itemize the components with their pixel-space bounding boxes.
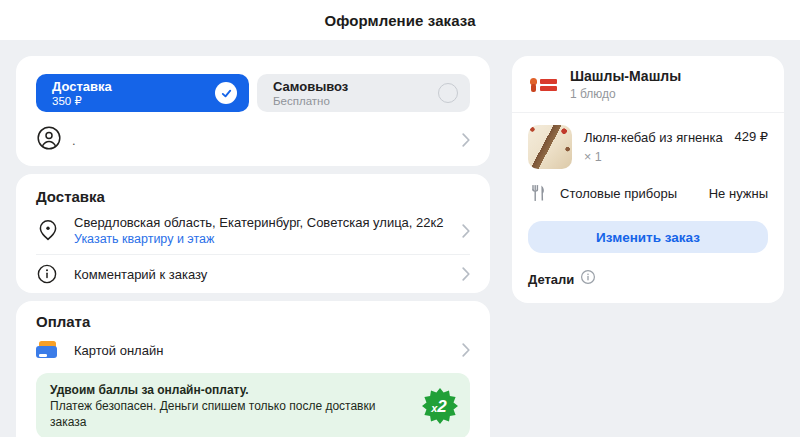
cutlery-label: Столовые приборы [560,186,709,201]
payment-method-row[interactable]: Картой онлайн [36,331,470,369]
divider [512,112,784,113]
cart-card: Шашлы-Машлы 1 блюдо Люля-кебаб из ягненк… [512,56,784,303]
payment-section-card: Оплата Картой онлайн Удвоим баллы за онл… [16,301,490,437]
restaurant-row[interactable]: Шашлы-Машлы 1 блюдо [528,68,768,102]
chevron-right-icon [462,224,470,238]
payment-section-title: Оплата [36,313,470,331]
user-icon [36,125,62,155]
order-comment-label: Комментарий к заказу [74,267,454,282]
delivery-option-price: 350 ₽ [52,94,112,108]
chevron-right-icon [462,267,470,281]
cashback-banner: Удвоим баллы за онлайн-оплату. Платеж бе… [36,373,470,437]
checkout-form-column: Доставка 350 ₽ Самовывоз Бесплатно [16,56,490,437]
restaurant-name: Шашлы-Машлы [570,68,768,85]
address-text: Свердловская область, Екатеринбург, Сове… [74,214,454,231]
delivery-option-label: Доставка [52,79,112,94]
chevron-right-icon [462,343,470,357]
page-title: Оформление заказа [324,12,475,29]
delivery-method-card: Доставка 350 ₽ Самовывоз Бесплатно [16,56,490,166]
dish-price: 429 ₽ [734,129,768,169]
check-circle-icon [215,82,237,104]
cutlery-row[interactable]: Столовые приборы Не нужны [528,183,768,203]
edit-order-button[interactable]: Изменить заказ [528,221,768,253]
delivery-section-card: Доставка Свердловская область, Екатеринб… [16,174,490,293]
cart-summary-column: Шашлы-Машлы 1 блюдо Люля-кебаб из ягненк… [512,56,784,303]
cutlery-icon [528,183,548,203]
dish-name: Люля-кебаб из ягненка [584,129,726,146]
info-icon [36,263,60,285]
info-icon [580,269,596,289]
address-detail-link[interactable]: Указать квартиру и этаж [74,231,454,248]
address-row[interactable]: Свердловская область, Екатеринбург, Сове… [36,206,470,254]
x2-badge-icon: x2 [422,388,458,424]
order-comment-row[interactable]: Комментарий к заказу [36,255,470,293]
page-header: Оформление заказа [0,0,800,40]
radio-empty-icon [438,83,458,103]
checkout-layout: Доставка 350 ₽ Самовывоз Бесплатно [0,40,800,437]
delivery-section-title: Доставка [36,188,470,206]
dish-image [528,125,572,169]
restaurant-items-count: 1 блюдо [570,87,768,102]
cashback-banner-title: Удвоим баллы за онлайн-оплату. [50,382,412,398]
details-label: Детали [528,272,574,287]
pickup-option-price: Бесплатно [273,94,348,108]
recipient-row[interactable]: . [36,118,470,162]
card-icon [36,341,60,359]
cart-item-row: Люля-кебаб из ягненка × 1 429 ₽ [528,125,768,169]
details-row[interactable]: Детали [528,269,768,289]
cashback-banner-text: Платеж безопасен. Деньги спишем только п… [50,398,412,430]
pickup-option-label: Самовывоз [273,79,348,94]
chevron-right-icon [462,133,470,147]
payment-method-label: Картой онлайн [74,343,454,358]
recipient-value: . [72,133,454,148]
restaurant-logo [528,70,558,100]
delivery-method-toggle: Доставка 350 ₽ Самовывоз Бесплатно [36,74,470,112]
dish-quantity: × 1 [584,150,726,164]
pin-icon [36,218,60,244]
cutlery-value: Не нужны [709,186,768,201]
delivery-option-delivery[interactable]: Доставка 350 ₽ [36,74,249,112]
delivery-option-pickup[interactable]: Самовывоз Бесплатно [257,74,470,112]
